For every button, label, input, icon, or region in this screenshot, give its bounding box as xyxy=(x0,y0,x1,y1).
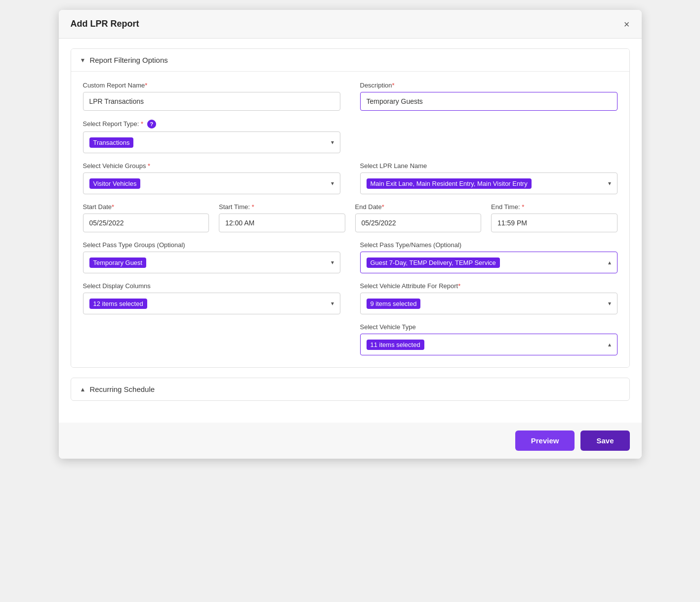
vehicle-groups-dropdown[interactable]: Visitor Vehicles ▾ xyxy=(83,172,340,194)
row-report-type: Select Report Type: * ? Transactions ▾ xyxy=(83,120,618,153)
start-time-group: Start Time: * xyxy=(219,203,345,232)
pass-type-groups-dropdown[interactable]: Temporary Guest ▾ xyxy=(83,252,340,273)
report-type-tags: Transactions xyxy=(89,137,327,148)
end-time-label: End Time: * xyxy=(491,203,618,211)
vehicle-groups-tags: Visitor Vehicles xyxy=(89,178,327,189)
recurring-schedule-chevron: ▲ xyxy=(80,386,86,393)
pass-type-names-arrow: ▴ xyxy=(608,259,611,266)
select-display-columns-group: Select Display Columns 12 items selected… xyxy=(83,282,340,314)
start-date-label: Start Date* xyxy=(83,203,209,211)
description-input[interactable] xyxy=(360,92,618,111)
vehicle-type-dropdown[interactable]: 11 items selected ▴ xyxy=(360,334,618,355)
custom-report-name-label: Custom Report Name* xyxy=(83,82,340,89)
start-time-label: Start Time: * xyxy=(219,203,345,211)
preview-button[interactable]: Preview xyxy=(515,430,575,451)
select-vehicle-attribute-label: Select Vehicle Attribute For Report* xyxy=(360,282,618,290)
select-report-type-label: Select Report Type: * ? xyxy=(83,120,340,129)
help-icon[interactable]: ? xyxy=(147,120,156,129)
end-time-input[interactable] xyxy=(491,214,618,232)
start-date-input[interactable] xyxy=(83,214,209,232)
end-date-group: End Date* xyxy=(355,203,482,232)
row-pass-types: Select Pass Type Groups (Optional) Tempo… xyxy=(83,241,618,273)
start-time-input[interactable] xyxy=(219,214,345,232)
start-date-group: Start Date* xyxy=(83,203,209,232)
row-dates-times: Start Date* Start Time: * End Date* xyxy=(83,203,618,232)
report-filtering-section: ▼ Report Filtering Options Custom Report… xyxy=(71,48,630,368)
modal-header: Add LPR Report × xyxy=(59,10,642,39)
select-vehicle-groups-label: Select Vehicle Groups * xyxy=(83,162,340,170)
display-columns-tag: 12 items selected xyxy=(89,299,147,309)
select-pass-type-groups-label: Select Pass Type Groups (Optional) xyxy=(83,241,340,249)
display-columns-tags: 12 items selected xyxy=(89,299,327,309)
display-columns-dropdown[interactable]: 12 items selected ▾ xyxy=(83,293,340,314)
close-button[interactable]: × xyxy=(624,19,630,29)
recurring-schedule-header[interactable]: ▲ Recurring Schedule xyxy=(71,378,629,400)
pass-type-groups-tag: Temporary Guest xyxy=(89,258,147,268)
vehicle-groups-tag: Visitor Vehicles xyxy=(89,178,141,189)
report-filtering-label: Report Filtering Options xyxy=(89,56,167,64)
select-pass-type-names-label: Select Pass Type/Names (Optional) xyxy=(360,241,618,249)
pass-type-groups-arrow: ▾ xyxy=(331,259,334,266)
add-lpr-report-modal: Add LPR Report × ▼ Report Filtering Opti… xyxy=(59,10,642,459)
select-report-type-group: Select Report Type: * ? Transactions ▾ xyxy=(83,120,340,153)
vehicle-type-tags: 11 items selected xyxy=(367,340,604,350)
report-type-arrow: ▾ xyxy=(331,139,334,146)
vehicle-attribute-tags: 9 items selected xyxy=(367,299,604,309)
vehicle-attribute-dropdown[interactable]: 9 items selected ▾ xyxy=(360,293,618,314)
row-vehicle-type: Select Vehicle Type 11 items selected ▴ xyxy=(83,323,618,355)
pass-type-names-dropdown[interactable]: Guest 7-Day, TEMP Delivery, TEMP Service… xyxy=(360,252,618,273)
recurring-schedule-section: ▲ Recurring Schedule xyxy=(71,378,630,401)
recurring-schedule-label: Recurring Schedule xyxy=(89,385,155,393)
lpr-lane-tag: Main Exit Lane, Main Resident Entry, Mai… xyxy=(367,178,532,189)
bottom-bar: Preview Save xyxy=(59,423,642,459)
report-type-tag: Transactions xyxy=(89,137,134,148)
vehicle-type-arrow: ▴ xyxy=(608,341,611,348)
modal-title: Add LPR Report xyxy=(71,19,139,29)
pass-type-names-tags: Guest 7-Day, TEMP Delivery, TEMP Service xyxy=(367,258,604,268)
vehicle-type-tag: 11 items selected xyxy=(367,340,424,350)
pass-type-names-tag: Guest 7-Day, TEMP Delivery, TEMP Service xyxy=(367,258,500,268)
custom-report-name-input[interactable] xyxy=(83,92,340,111)
row-name-description: Custom Report Name* Description* xyxy=(83,82,618,111)
vehicle-groups-arrow: ▾ xyxy=(331,180,334,187)
select-pass-type-groups-group: Select Pass Type Groups (Optional) Tempo… xyxy=(83,241,340,273)
lpr-lane-arrow: ▾ xyxy=(608,180,611,187)
display-columns-arrow: ▾ xyxy=(331,300,334,307)
custom-report-name-group: Custom Report Name* xyxy=(83,82,340,111)
vehicle-attribute-arrow: ▾ xyxy=(608,300,611,307)
end-time-group: End Time: * xyxy=(491,203,618,232)
description-group: Description* xyxy=(360,82,618,111)
select-lpr-lane-group: Select LPR Lane Name Main Exit Lane, Mai… xyxy=(360,162,618,194)
pass-type-groups-tags: Temporary Guest xyxy=(89,258,327,268)
report-filtering-body: Custom Report Name* Description* xyxy=(71,71,629,367)
select-pass-type-names-group: Select Pass Type/Names (Optional) Guest … xyxy=(360,241,618,273)
select-vehicle-attribute-group: Select Vehicle Attribute For Report* 9 i… xyxy=(360,282,618,314)
lpr-lane-dropdown[interactable]: Main Exit Lane, Main Resident Entry, Mai… xyxy=(360,172,618,194)
end-date-label: End Date* xyxy=(355,203,482,211)
end-date-input[interactable] xyxy=(355,214,482,232)
save-button[interactable]: Save xyxy=(580,430,629,451)
report-filtering-chevron: ▼ xyxy=(80,57,86,64)
report-type-dropdown[interactable]: Transactions ▾ xyxy=(83,131,340,153)
description-label: Description* xyxy=(360,82,618,89)
select-display-columns-label: Select Display Columns xyxy=(83,282,340,290)
row-vehicle-groups-lpr: Select Vehicle Groups * Visitor Vehicles… xyxy=(83,162,618,194)
vehicle-attribute-tag: 9 items selected xyxy=(367,299,421,309)
row-display-vehicle-attr: Select Display Columns 12 items selected… xyxy=(83,282,618,314)
modal-body: ▼ Report Filtering Options Custom Report… xyxy=(59,48,642,423)
select-vehicle-groups-group: Select Vehicle Groups * Visitor Vehicles… xyxy=(83,162,340,194)
select-lpr-lane-label: Select LPR Lane Name xyxy=(360,162,618,170)
lpr-lane-tags: Main Exit Lane, Main Resident Entry, Mai… xyxy=(367,178,604,189)
select-vehicle-type-label: Select Vehicle Type xyxy=(360,323,618,331)
report-filtering-header[interactable]: ▼ Report Filtering Options xyxy=(71,49,629,71)
select-vehicle-type-group: Select Vehicle Type 11 items selected ▴ xyxy=(360,323,618,355)
